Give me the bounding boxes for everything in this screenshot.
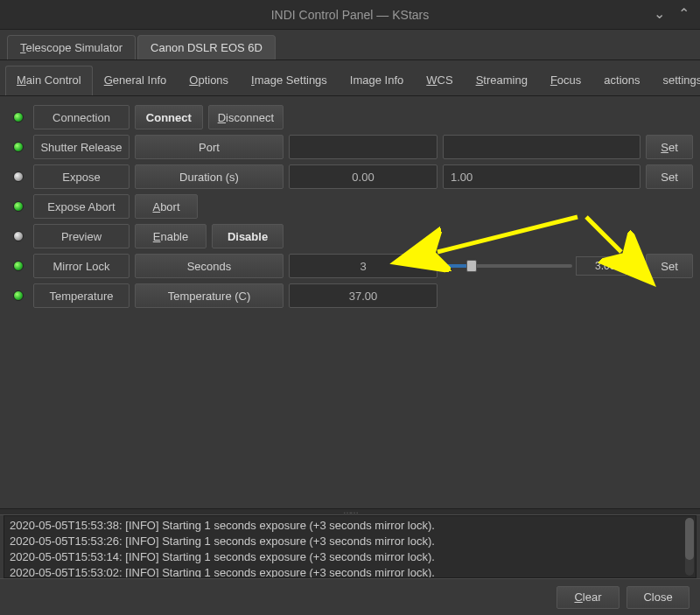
mirror-slider[interactable] <box>443 258 572 274</box>
port-value2[interactable] <box>443 135 640 159</box>
mirror-spin-value[interactable]: 3.000 <box>576 256 626 276</box>
abort-button[interactable]: Abort <box>135 194 198 219</box>
tab-main-control[interactable]: Main Control <box>5 66 93 95</box>
label-temp: Temperature <box>33 283 130 308</box>
label-expose: Expose <box>33 164 130 189</box>
port-button[interactable]: Port <box>135 135 284 159</box>
disconnect-button[interactable]: Disconnect <box>208 105 284 129</box>
tab-image-settings[interactable]: Image Settings <box>240 66 339 95</box>
duration-value: 0.00 <box>289 164 438 189</box>
led-connection <box>13 112 24 122</box>
tab-streaming[interactable]: Streaming <box>465 66 539 95</box>
label-shutter: Shutter Release <box>33 135 130 159</box>
log-line: 2020-05-05T15:53:14: [INFO] Starting 1 s… <box>10 549 690 565</box>
port-value <box>289 135 438 159</box>
log-line: 2020-05-05T15:53:38: [INFO] Starting 1 s… <box>10 518 690 534</box>
label-abort: Expose Abort <box>33 194 130 219</box>
connect-button[interactable]: Connect <box>135 105 203 129</box>
led-shutter <box>13 142 24 152</box>
label-connection: Connection <box>33 105 130 129</box>
mirror-spin-down[interactable]: ▼ <box>628 267 640 276</box>
log-line: 2020-05-05T15:53:02: [INFO] Starting 1 s… <box>10 565 690 578</box>
label-preview: Preview <box>33 224 130 248</box>
content-area: Connection Connect Disconnect Shutter Re… <box>0 96 700 508</box>
tab-general-info[interactable]: General Info <box>93 66 178 95</box>
tab-focus[interactable]: Focus <box>539 66 592 95</box>
device-tabs: Telescope Simulator Canon DSLR EOS 6D <box>0 30 700 60</box>
led-expose <box>13 171 24 182</box>
splitter[interactable] <box>0 508 700 515</box>
led-abort <box>13 201 24 212</box>
temperature-button[interactable]: Temperature (C) <box>135 283 284 308</box>
tab-telescope-simulator[interactable]: Telescope Simulator <box>7 35 136 59</box>
expand-icon[interactable]: ⌃ <box>676 5 691 22</box>
seconds-button[interactable]: Seconds <box>135 254 284 278</box>
label-mirror: Mirror Lock <box>33 254 130 278</box>
tab-options[interactable]: Options <box>178 66 240 95</box>
log-scrollbar[interactable] <box>685 518 694 576</box>
duration-input[interactable]: 1.00 <box>443 164 640 189</box>
disable-button[interactable]: Disable <box>212 224 284 248</box>
led-preview <box>13 231 24 241</box>
tab-canon-dslr[interactable]: Canon DSLR EOS 6D <box>137 35 276 59</box>
shutter-set-button[interactable]: Set <box>646 135 693 159</box>
log-line: 2020-05-05T15:53:26: [INFO] Starting 1 s… <box>10 534 690 549</box>
mirror-value: 3 <box>289 254 438 278</box>
led-temp <box>13 290 24 301</box>
log-panel[interactable]: 2020-05-05T15:53:38: [INFO] Starting 1 s… <box>4 515 696 578</box>
window-title: INDI Control Panel — KStars <box>271 8 430 22</box>
duration-button[interactable]: Duration (s) <box>135 164 284 189</box>
tab-actions[interactable]: actions <box>592 66 651 95</box>
expose-set-button[interactable]: Set <box>646 164 693 189</box>
mirror-spin-up[interactable]: ▲ <box>628 257 640 266</box>
window-titlebar: INDI Control Panel — KStars ⌄ ⌃ <box>0 0 700 30</box>
close-button[interactable]: Close <box>626 586 690 609</box>
collapse-icon[interactable]: ⌄ <box>651 5 667 22</box>
tab-settings[interactable]: settings <box>652 66 701 95</box>
led-mirror <box>13 261 24 271</box>
enable-button[interactable]: Enable <box>135 224 206 248</box>
tab-image-info[interactable]: Image Info <box>339 66 415 95</box>
temperature-value: 37.00 <box>289 283 438 308</box>
property-tabs: Main Control General Info Options Image … <box>0 60 700 96</box>
clear-button[interactable]: Clear <box>556 586 620 609</box>
footer: Clear Close <box>0 578 700 615</box>
tab-wcs[interactable]: WCS <box>415 66 464 95</box>
mirror-set-button[interactable]: Set <box>646 254 693 278</box>
